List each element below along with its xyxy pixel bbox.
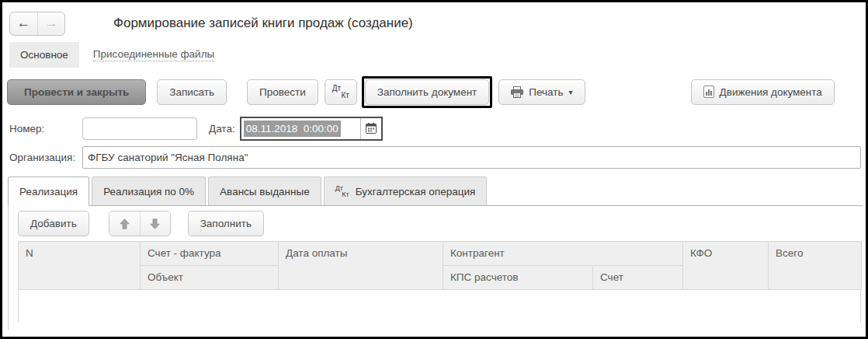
print-dropdown-icon: ▾: [569, 88, 573, 96]
column-header-kfo[interactable]: КФО: [683, 242, 769, 290]
date-value-selected: 08.11.2018 0:00:00: [244, 121, 341, 137]
dtkt-button[interactable]: Дт Кт: [325, 79, 357, 105]
date-label: Дата:: [209, 123, 235, 135]
column-header-n[interactable]: N: [19, 242, 141, 290]
calendar-icon: [366, 123, 377, 134]
forward-arrow-icon: →: [45, 16, 58, 31]
print-label: Печать: [529, 86, 563, 98]
dtkt-icon: Дт Кт: [332, 85, 349, 99]
section-link-attached-files[interactable]: Присоединенные файлы: [93, 48, 214, 61]
history-nav-group: ← →: [9, 12, 65, 36]
column-header-payment-date[interactable]: Дата оплаты: [279, 242, 443, 290]
organization-label: Организация:: [9, 152, 82, 163]
number-input[interactable]: [82, 117, 197, 140]
tab-label: Бухгалтерская операция: [356, 186, 476, 197]
document-window: ← → Формирование записей книги продаж (с…: [0, 0, 868, 339]
arrow-up-icon: [120, 218, 130, 229]
document-movements-label: Движения документа: [720, 86, 822, 98]
print-button[interactable]: Печать ▾: [498, 79, 585, 105]
organization-input[interactable]: [82, 146, 861, 169]
column-header-counterparty[interactable]: Контрагент: [443, 242, 683, 266]
page-title: Формирование записей книги продаж (созда…: [113, 16, 413, 31]
number-label: Номер:: [9, 123, 61, 135]
forward-button[interactable]: →: [37, 12, 64, 35]
tab-accounting-operation[interactable]: Дт Кт Бухгалтерская операция: [324, 176, 488, 205]
tab-label: Реализация: [19, 186, 78, 197]
calendar-picker-button[interactable]: [360, 118, 381, 139]
number-date-row: Номер: Дата: 08.11.2018 0:00:00: [2, 116, 866, 141]
titlebar: ← → Формирование записей книги продаж (с…: [2, 2, 866, 38]
tab-realization[interactable]: Реализация: [8, 176, 89, 205]
section-tab-main[interactable]: Основное: [9, 42, 79, 68]
tab-label: Реализация по 0%: [103, 186, 194, 197]
write-button[interactable]: Записать: [157, 79, 227, 105]
column-header-kps[interactable]: КПС расчетов: [443, 266, 593, 290]
back-button[interactable]: ←: [10, 12, 37, 35]
document-tabstrip: Реализация Реализация по 0% Авансы выдан…: [2, 176, 866, 205]
table-body-empty[interactable]: [18, 290, 861, 323]
printer-icon: [511, 86, 523, 98]
column-header-invoice[interactable]: Счет - фактура: [141, 242, 279, 266]
post-button[interactable]: Провести: [247, 79, 318, 105]
document-movements-icon: [703, 86, 714, 98]
section-tabs: Основное Присоединенные файлы: [2, 40, 866, 69]
back-arrow-icon: ←: [17, 16, 30, 31]
column-header-account[interactable]: Счет: [593, 266, 683, 290]
command-toolbar: Провести и закрыть Записать Провести Дт …: [2, 72, 866, 111]
sales-records-table-header: N Счет - фактура Дата оплаты Контрагент …: [18, 241, 862, 290]
tab-label: Авансы выданные: [220, 186, 310, 197]
fill-document-highlight-box: Заполнить документ: [362, 76, 493, 108]
fill-document-button[interactable]: Заполнить документ: [365, 79, 490, 105]
column-header-total[interactable]: Всего: [769, 242, 862, 290]
dtkt-icon: Дт Кт: [335, 185, 349, 197]
date-field[interactable]: 08.11.2018 0:00:00: [240, 117, 383, 141]
fill-table-button[interactable]: Заполнить: [188, 211, 264, 236]
tab-advances-issued[interactable]: Авансы выданные: [208, 176, 321, 205]
organization-row: Организация:: [2, 145, 866, 170]
move-row-down-button[interactable]: [140, 211, 170, 236]
document-movements-button[interactable]: Движения документа: [691, 79, 835, 105]
row-reorder-group: [109, 211, 171, 236]
column-header-object[interactable]: Объект: [141, 266, 279, 290]
tab-content-panel: Добавить Заполнить: [8, 205, 863, 330]
table-toolbar: Добавить Заполнить: [9, 206, 863, 241]
post-and-close-button[interactable]: Провести и закрыть: [7, 79, 146, 105]
add-row-button[interactable]: Добавить: [18, 211, 89, 236]
tab-realization-zero[interactable]: Реализация по 0%: [92, 176, 206, 205]
arrow-down-icon: [150, 218, 160, 229]
move-row-up-button[interactable]: [109, 211, 140, 236]
